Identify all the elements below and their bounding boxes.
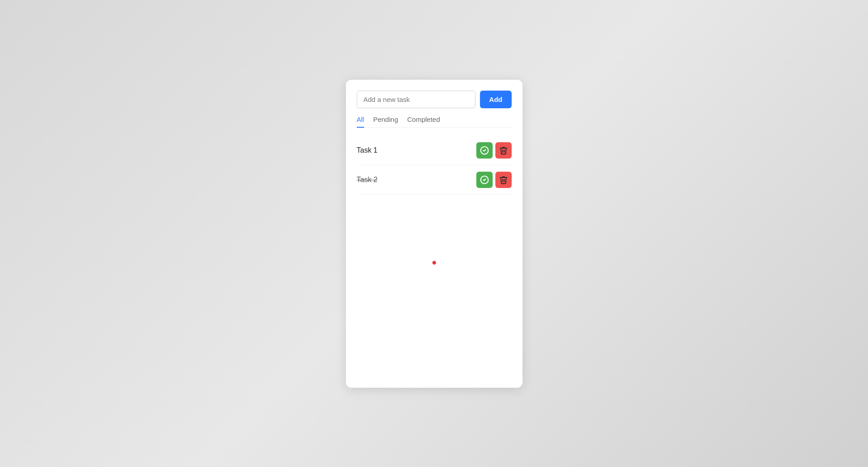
status-dot <box>432 261 436 265</box>
task-input[interactable] <box>357 91 476 108</box>
task-label-2: Task 2 <box>357 176 378 184</box>
task-item-2: Task 2 <box>357 165 512 195</box>
complete-button-2[interactable] <box>476 172 493 188</box>
task-actions-1 <box>476 142 512 159</box>
delete-button-2[interactable] <box>495 172 512 188</box>
task-label-1: Task 1 <box>357 146 378 154</box>
trash-icon <box>499 146 508 155</box>
complete-button-1[interactable] <box>476 142 493 159</box>
tab-all[interactable]: All <box>357 116 364 128</box>
input-row: Add <box>357 91 512 108</box>
tabs: All Pending Completed <box>357 116 512 128</box>
check-circle-icon-2 <box>480 175 489 184</box>
dot-container <box>357 195 512 331</box>
delete-button-1[interactable] <box>495 142 512 159</box>
task-actions-2 <box>476 172 512 188</box>
app-card: Add All Pending Completed Task 1 <box>346 80 523 388</box>
add-button[interactable]: Add <box>480 91 511 108</box>
check-circle-icon <box>480 146 489 155</box>
tab-completed[interactable]: Completed <box>407 116 440 128</box>
tab-pending[interactable]: Pending <box>373 116 398 128</box>
trash-icon-2 <box>499 175 508 184</box>
task-item-1: Task 1 <box>357 136 512 165</box>
task-list: Task 1 <box>357 136 512 195</box>
